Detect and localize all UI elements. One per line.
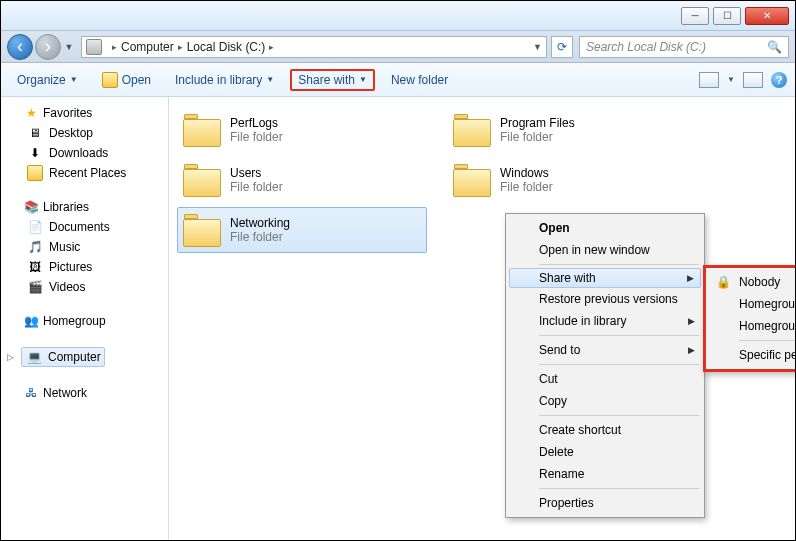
open-button[interactable]: Open	[94, 68, 159, 92]
folder-item-windows[interactable]: WindowsFile folder	[447, 157, 697, 203]
share-specific-people[interactable]: Specific people...	[709, 344, 796, 366]
desktop-icon: 🖥	[27, 125, 43, 141]
ctx-open[interactable]: Open	[509, 217, 701, 239]
libraries-icon: 📚	[23, 199, 39, 215]
breadcrumb-bar[interactable]: ▸ Computer▸ Local Disk (C:)▸ ▼	[81, 36, 547, 58]
sidebar-libraries-header[interactable]: 📚Libraries	[7, 197, 168, 217]
minimize-button[interactable]: ─	[681, 7, 709, 25]
star-icon: ★	[23, 105, 39, 121]
folder-open-icon	[102, 72, 118, 88]
ctx-rename[interactable]: Rename	[509, 463, 701, 485]
sidebar-homegroup[interactable]: 👥Homegroup	[7, 311, 168, 331]
navigation-pane: ★Favorites 🖥Desktop ⬇Downloads Recent Pl…	[1, 97, 169, 540]
sidebar-computer[interactable]: ▷ 💻Computer	[5, 345, 168, 369]
homegroup-icon: 👥	[23, 313, 39, 329]
share-with-submenu: 🔒 Nobody Homegroup (Read) Homegroup (Rea…	[703, 265, 796, 372]
toolbar: Organize ▼ Open Include in library ▼ Sha…	[1, 63, 795, 97]
sidebar-item-downloads[interactable]: ⬇Downloads	[7, 143, 168, 163]
view-options-dropdown[interactable]: ▼	[727, 75, 735, 84]
folder-icon	[182, 112, 222, 148]
folder-item-networking[interactable]: NetworkingFile folder	[177, 207, 427, 253]
documents-icon: 📄	[27, 219, 43, 235]
sidebar-item-desktop[interactable]: 🖥Desktop	[7, 123, 168, 143]
crumb-arrow-root[interactable]: ▸	[106, 42, 119, 52]
videos-icon: 🎬	[27, 279, 43, 295]
music-icon: 🎵	[27, 239, 43, 255]
sidebar-network[interactable]: 🖧Network	[7, 383, 168, 403]
folder-icon	[452, 112, 492, 148]
explorer-body: ★Favorites 🖥Desktop ⬇Downloads Recent Pl…	[1, 97, 795, 540]
ctx-properties[interactable]: Properties	[509, 492, 701, 514]
ctx-share-with[interactable]: Share with▶	[509, 268, 701, 288]
folder-item-perflogs[interactable]: PerfLogsFile folder	[177, 107, 427, 153]
ctx-delete[interactable]: Delete	[509, 441, 701, 463]
sidebar-favorites-header[interactable]: ★Favorites	[7, 103, 168, 123]
sidebar-item-music[interactable]: 🎵Music	[7, 237, 168, 257]
nav-history-dropdown[interactable]: ▼	[63, 34, 75, 60]
sidebar-item-videos[interactable]: 🎬Videos	[7, 277, 168, 297]
ctx-include-library[interactable]: Include in library▶	[509, 310, 701, 332]
include-library-button[interactable]: Include in library ▼	[167, 69, 282, 91]
share-nobody[interactable]: 🔒 Nobody	[709, 271, 796, 293]
search-icon: 🔍	[767, 40, 782, 54]
lock-icon: 🔒	[715, 274, 731, 290]
ctx-create-shortcut[interactable]: Create shortcut	[509, 419, 701, 441]
search-placeholder: Search Local Disk (C:)	[586, 40, 706, 54]
new-folder-button[interactable]: New folder	[383, 69, 456, 91]
search-box[interactable]: Search Local Disk (C:) 🔍	[579, 36, 789, 58]
titlebar: ─ ☐ ✕	[1, 1, 795, 31]
sidebar-item-documents[interactable]: 📄Documents	[7, 217, 168, 237]
share-with-button[interactable]: Share with ▼	[290, 69, 375, 91]
folder-icon	[182, 162, 222, 198]
context-menu: Open Open in new window Share with▶ Rest…	[505, 213, 705, 518]
ctx-cut[interactable]: Cut	[509, 368, 701, 390]
help-button[interactable]: ?	[771, 72, 787, 88]
organize-button[interactable]: Organize ▼	[9, 69, 86, 91]
preview-pane-button[interactable]	[743, 72, 763, 88]
folder-item-programfiles[interactable]: Program FilesFile folder	[447, 107, 697, 153]
network-icon: 🖧	[23, 385, 39, 401]
ctx-restore-versions[interactable]: Restore previous versions	[509, 288, 701, 310]
sidebar-item-pictures[interactable]: 🖼Pictures	[7, 257, 168, 277]
breadcrumb-localdisk[interactable]: Local Disk (C:)▸	[185, 40, 277, 54]
pictures-icon: 🖼	[27, 259, 43, 275]
ctx-open-new-window[interactable]: Open in new window	[509, 239, 701, 261]
ctx-send-to[interactable]: Send to▶	[509, 339, 701, 361]
share-homegroup-readwrite[interactable]: Homegroup (Read/Write)	[709, 315, 796, 337]
ctx-copy[interactable]: Copy	[509, 390, 701, 412]
drive-icon	[86, 39, 102, 55]
address-dropdown-icon[interactable]: ▼	[533, 42, 542, 52]
share-homegroup-read[interactable]: Homegroup (Read)	[709, 293, 796, 315]
view-options-button[interactable]	[699, 72, 719, 88]
downloads-icon: ⬇	[27, 145, 43, 161]
address-bar: ▼ ▸ Computer▸ Local Disk (C:)▸ ▼ ⟳ Searc…	[1, 31, 795, 63]
folder-icon	[182, 212, 222, 248]
folder-icon	[452, 162, 492, 198]
back-button[interactable]	[7, 34, 33, 60]
breadcrumb-computer[interactable]: Computer▸	[119, 40, 185, 54]
forward-button[interactable]	[35, 34, 61, 60]
computer-icon: 💻	[26, 349, 42, 365]
recent-icon	[27, 165, 43, 181]
refresh-button[interactable]: ⟳	[551, 36, 573, 58]
content-pane[interactable]: PerfLogsFile folder Program FilesFile fo…	[169, 97, 795, 540]
folder-item-users[interactable]: UsersFile folder	[177, 157, 427, 203]
sidebar-item-recent[interactable]: Recent Places	[7, 163, 168, 183]
maximize-button[interactable]: ☐	[713, 7, 741, 25]
close-button[interactable]: ✕	[745, 7, 789, 25]
